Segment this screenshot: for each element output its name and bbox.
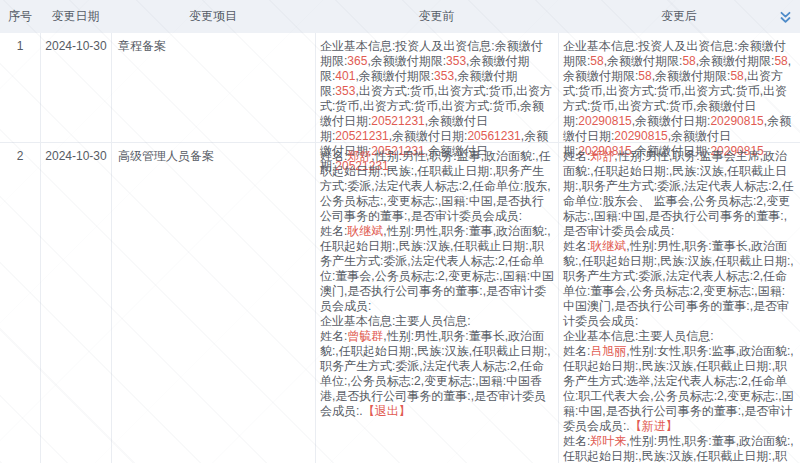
after-change-cell: 姓名:郑舒,性别:男性,职务:监事会主席,政治面貌:,任职起始日期:,民族:汉族… [558, 143, 800, 463]
column-header-change-date: 变更日期 [40, 9, 111, 24]
highlighted-text: 20521231 [335, 129, 388, 143]
highlighted-text: 20290815 [710, 114, 763, 128]
cell-paragraph: 姓名:吕旭丽,性别:女性,职务:监事,政治面貌:,任职起始日期:,民族:汉族,任… [563, 344, 796, 434]
change-item: 高级管理人员备案 [111, 143, 315, 463]
highlighted-text: 58 [774, 54, 787, 68]
highlighted-text: 58 [638, 69, 651, 83]
change-date: 2024-10-30 [40, 143, 111, 463]
highlighted-text: 耿继斌 [590, 239, 626, 253]
highlighted-text: 58 [730, 69, 743, 83]
text-segment: 姓名: [563, 239, 590, 253]
cell-paragraph: 姓名:耿继斌,性别:男性,职务:董事长,政治面貌:,任职起始日期:,民族:汉族,… [563, 239, 796, 329]
change-date: 2024-10-30 [40, 33, 111, 142]
cell-paragraph: 姓名:郑叶来,性别:男性,职务:董事,政治面貌:,任职起始日期:,民族:汉族,任… [563, 434, 796, 463]
column-header-change-item: 变更项目 [111, 9, 315, 24]
text-segment: ,余额缴付期限: [604, 54, 683, 68]
text-segment: ,余额缴付日期: [632, 114, 711, 128]
text-segment: 企业基本信息:主要人员信息: [563, 329, 714, 343]
cell-paragraph: 姓名:曾毓群,性别:男性,职务:董事长,政治面貌:,任职起始日期:,民族:汉族,… [320, 329, 554, 419]
highlighted-text: 58 [590, 54, 603, 68]
highlighted-text: 20521231 [371, 114, 424, 128]
highlighted-text: 353 [446, 54, 466, 68]
before-change-cell: 姓名:郑舒,性别:男性,职务:监事,政治面貌:,任职起始日期:,民族:,任职截止… [315, 143, 558, 463]
column-header-seq: 序号 [0, 9, 40, 24]
table-row: 2 2024-10-30 高级管理人员备案 姓名:郑舒,性别:男性,职务:监事,… [0, 143, 800, 463]
highlighted-text: 郑叶来 [590, 434, 626, 448]
highlighted-text: 【退出】 [363, 404, 411, 418]
cell-paragraph: 企业基本信息:主要人员信息: [320, 314, 554, 329]
text-segment: ,余额缴付期限: [652, 69, 731, 83]
highlighted-text: 郑舒 [590, 149, 614, 163]
text-segment: ,余额缴付期限: [367, 54, 446, 68]
highlighted-text: 曾毓群 [347, 329, 383, 343]
row-index: 1 [0, 33, 40, 142]
text-segment: 姓名: [563, 344, 590, 358]
text-segment: 姓名: [320, 224, 347, 238]
cell-paragraph: 企业基本信息:主要人员信息: [563, 329, 796, 344]
table-header: 序号 变更日期 变更项目 变更前 变更后 [0, 0, 800, 33]
change-item: 章程备案 [111, 33, 315, 142]
cell-paragraph: 姓名:郑舒,性别:男性,职务:监事会主席,政治面貌:,任职起始日期:,民族:汉族… [563, 149, 796, 239]
highlighted-text: 401 [335, 69, 355, 83]
text-segment: ,余额缴付日期: [389, 129, 468, 143]
highlighted-text: 吕旭丽 [590, 344, 626, 358]
highlighted-text: 20561231 [467, 129, 520, 143]
highlighted-text: 365 [347, 54, 367, 68]
after-change-cell: 企业基本信息:投资人及出资信息:余额缴付期限:58,余额缴付期限:58,余额缴付… [558, 33, 800, 142]
highlighted-text: 58 [682, 54, 695, 68]
highlighted-text: 20290815 [578, 114, 631, 128]
text-segment: ,余额缴付期限: [696, 54, 775, 68]
text-segment: 姓名: [320, 329, 347, 343]
table-row: 1 2024-10-30 章程备案 企业基本信息:投资人及出资信息:余额缴付期限… [0, 33, 800, 143]
text-segment: 企业基本信息:主要人员信息: [320, 314, 471, 328]
highlighted-text: 20290815 [614, 129, 667, 143]
text-segment: 姓名: [563, 149, 590, 163]
row-index: 2 [0, 143, 40, 463]
cell-paragraph: 企业基本信息:投资人及出资信息:余额缴付期限:58,余额缴付期限:58,余额缴付… [563, 39, 796, 159]
highlighted-text: 353 [335, 84, 355, 98]
highlighted-text: 耿继斌 [347, 224, 383, 238]
text-segment: 姓名: [320, 149, 347, 163]
highlighted-text: 【新进】 [630, 419, 678, 433]
highlighted-text: 郑舒 [347, 149, 371, 163]
cell-paragraph: 姓名:郑舒,性别:男性,职务:监事,政治面貌:,任职起始日期:,民族:,任职截止… [320, 149, 554, 224]
cell-paragraph: 姓名:耿继斌,性别:男性,职务:董事,政治面貌:,任职起始日期:,民族:汉族,任… [320, 224, 554, 314]
text-segment: 姓名: [563, 434, 590, 448]
double-chevron-down-icon[interactable] [778, 10, 792, 24]
column-header-after-change: 变更后 [558, 9, 800, 24]
change-records-table: 序号 变更日期 变更项目 变更前 变更后 1 2024-10-30 章程备案 企… [0, 0, 800, 463]
column-header-before-change: 变更前 [315, 9, 558, 24]
highlighted-text: 353 [434, 69, 454, 83]
text-segment: ,余额缴付期限: [355, 69, 434, 83]
before-change-cell: 企业基本信息:投资人及出资信息:余额缴付期限:365,余额缴付期限:353,余额… [315, 33, 558, 142]
